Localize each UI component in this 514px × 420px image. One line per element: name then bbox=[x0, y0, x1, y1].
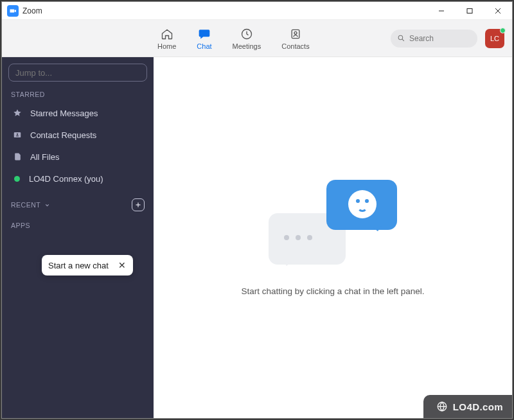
plus-icon bbox=[134, 201, 142, 209]
globe-icon bbox=[436, 401, 448, 412]
chat-icon bbox=[197, 27, 211, 41]
sidebar-item-label: Contact Requests bbox=[30, 130, 96, 140]
home-icon bbox=[160, 27, 174, 41]
new-chat-button[interactable] bbox=[132, 198, 145, 211]
tab-meetings[interactable]: Meetings bbox=[233, 27, 261, 50]
presence-dot-icon bbox=[14, 176, 20, 182]
watermark-text: LO4D.com bbox=[453, 401, 503, 412]
titlebar-left: Zoom bbox=[7, 5, 42, 17]
jump-to-input[interactable] bbox=[8, 64, 147, 82]
body: STARRED Starred Messages Contact Request… bbox=[2, 57, 512, 418]
chat-illustration bbox=[269, 180, 397, 270]
sidebar-item-label: LO4D Connex (you) bbox=[29, 174, 103, 184]
window-title: Zoom bbox=[22, 6, 42, 15]
contact-card-icon bbox=[12, 130, 22, 140]
tab-home[interactable]: Home bbox=[157, 27, 176, 50]
new-chat-tooltip: Start a new chat ✕ bbox=[42, 255, 133, 276]
sidebar-item-self[interactable]: LO4D Connex (you) bbox=[8, 168, 147, 189]
file-icon bbox=[12, 152, 22, 162]
presence-indicator bbox=[500, 28, 506, 33]
avatar-initials: LC bbox=[490, 35, 499, 42]
tab-contacts-label: Contacts bbox=[281, 42, 309, 50]
sidebar-item-starred-messages[interactable]: Starred Messages bbox=[8, 102, 147, 124]
section-recent: RECENT bbox=[8, 198, 147, 211]
sidebar-item-contact-requests[interactable]: Contact Requests bbox=[8, 124, 147, 146]
sidebar-item-label: Starred Messages bbox=[30, 109, 98, 118]
sidebar-item-label: All Files bbox=[30, 152, 60, 162]
svg-point-7 bbox=[398, 35, 403, 40]
svg-rect-1 bbox=[467, 8, 472, 13]
section-starred-label: STARRED bbox=[11, 91, 145, 98]
svg-point-6 bbox=[294, 31, 297, 34]
svg-line-8 bbox=[402, 39, 404, 41]
window-controls bbox=[427, 2, 512, 20]
maximize-button[interactable] bbox=[456, 2, 484, 20]
tab-meetings-label: Meetings bbox=[233, 42, 261, 50]
smiley-face-icon bbox=[348, 190, 377, 218]
tab-chat[interactable]: Chat bbox=[197, 27, 211, 50]
chevron-down-icon bbox=[44, 202, 50, 208]
app-window: Zoom Home bbox=[1, 1, 513, 419]
tooltip-text: Start a new chat bbox=[48, 261, 109, 270]
star-icon bbox=[12, 108, 22, 118]
close-button[interactable] bbox=[484, 2, 512, 20]
search-box[interactable] bbox=[391, 30, 477, 48]
tab-home-label: Home bbox=[157, 42, 176, 50]
top-nav: Home Chat Meetings Contacts bbox=[2, 20, 512, 57]
search-icon bbox=[397, 34, 405, 42]
tooltip-close-button[interactable]: ✕ bbox=[118, 260, 127, 270]
minimize-button[interactable] bbox=[427, 2, 456, 20]
chat-bubble-blue-icon bbox=[326, 180, 397, 230]
zoom-app-icon bbox=[7, 5, 19, 17]
main-panel: Start chatting by clicking a chat in the… bbox=[154, 57, 512, 418]
section-recent-label[interactable]: RECENT bbox=[11, 201, 50, 209]
tab-chat-label: Chat bbox=[197, 42, 211, 50]
typing-dots-icon bbox=[284, 235, 312, 240]
titlebar: Zoom bbox=[2, 2, 512, 20]
empty-state-text: Start chatting by clicking a chat in the… bbox=[241, 286, 424, 296]
search-input[interactable] bbox=[409, 34, 467, 43]
watermark: LO4D.com bbox=[423, 395, 512, 418]
avatar[interactable]: LC bbox=[485, 29, 504, 48]
svg-point-10 bbox=[17, 134, 18, 135]
sidebar-item-all-files[interactable]: All Files bbox=[8, 146, 147, 168]
section-apps-label[interactable]: APPS bbox=[8, 222, 147, 229]
sidebar: STARRED Starred Messages Contact Request… bbox=[2, 57, 154, 418]
clock-icon bbox=[240, 27, 254, 41]
recent-label-text: RECENT bbox=[11, 201, 40, 209]
nav-tabs: Home Chat Meetings Contacts bbox=[157, 27, 310, 50]
contacts-icon bbox=[288, 27, 303, 41]
topnav-right: LC bbox=[391, 29, 504, 48]
tab-contacts[interactable]: Contacts bbox=[281, 27, 309, 50]
